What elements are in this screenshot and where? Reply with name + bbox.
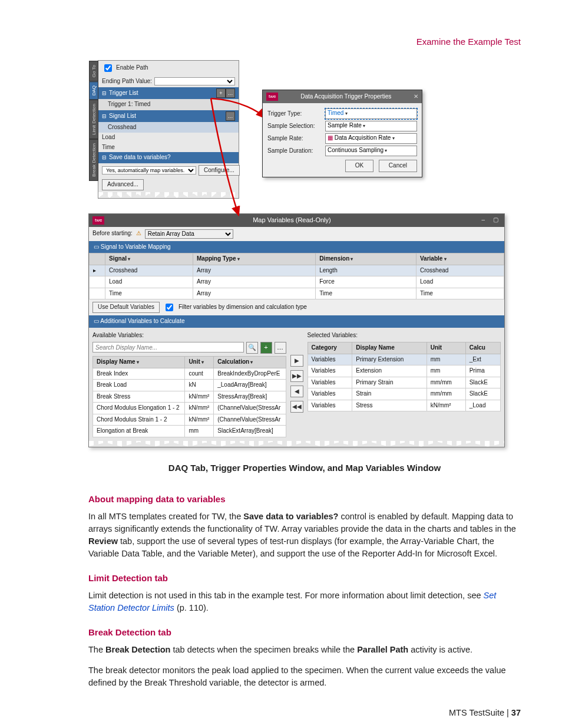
selected-variables-table: Category Display Name Unit Calcu Variabl… <box>308 342 501 411</box>
collapse-icon[interactable] <box>102 112 109 121</box>
section-signal-mapping-title: Signal to Variable Mapping <box>101 243 171 250</box>
paragraph: In all MTS templates created for TW, the… <box>88 510 521 560</box>
advanced-button[interactable]: Advanced... <box>102 179 144 190</box>
page-section-title: Examine the Example Test <box>88 35 521 48</box>
configure-button[interactable]: Configure... <box>199 165 240 176</box>
col-display-name[interactable]: Display Name <box>352 342 427 354</box>
collapse-icon[interactable] <box>102 89 109 98</box>
paragraph: Limit detection is not used in this tab … <box>88 589 521 614</box>
table-row[interactable]: Elongation at BreakmmSlackExtArray[Break… <box>93 426 286 437</box>
table-row[interactable]: Chord Modulus Strain 1 - 2kN/mm²(Channel… <box>93 414 286 426</box>
trigger-type-select[interactable]: Timed <box>325 108 417 119</box>
table-row[interactable]: VariablesPrimary Extensionmm_Ext <box>308 354 501 365</box>
sample-selection-label: Sample Selection: <box>267 122 322 131</box>
sample-duration-label: Sample Duration: <box>267 147 322 156</box>
signal-item[interactable]: Crosshead <box>98 122 239 133</box>
use-default-variables-button[interactable]: Use Default Variables <box>92 302 160 313</box>
sample-rate-label: Sample Rate: <box>267 134 322 143</box>
search-input[interactable] <box>92 342 244 353</box>
table-row[interactable]: Break IndexcountBreakIndexByDropPerE <box>93 368 286 380</box>
tab-break-detection[interactable]: Break Detection <box>89 139 98 181</box>
col-signal[interactable]: Signal <box>105 253 193 265</box>
sample-duration-select[interactable]: Continuous Sampling <box>325 146 417 156</box>
table-row[interactable]: VariablesExtensionmmPrima <box>308 365 501 377</box>
col-unit[interactable]: Unit <box>427 342 465 354</box>
section-additional-vars-title: Additional Variables to Calculate <box>100 318 184 324</box>
maximize-icon[interactable]: ▢ <box>491 216 501 225</box>
table-row[interactable]: LoadArray ForceLoad <box>90 276 504 288</box>
available-column: Available Variables: 🔍 + … Display Name … <box>92 331 286 437</box>
trigger-properties-dialog: twe Data Acquisition Trigger Properties … <box>262 90 422 177</box>
signal-items: Load Time <box>98 133 239 152</box>
move-all-right-button[interactable]: ▶▶ <box>290 370 303 382</box>
more-icon[interactable]: … <box>226 88 235 98</box>
figure-caption: DAQ Tab, Trigger Properties Window, and … <box>88 462 521 475</box>
signal-item[interactable]: Load <box>98 133 239 143</box>
add-variable-icon[interactable]: + <box>260 342 272 354</box>
col-variable[interactable]: Variable <box>416 253 504 265</box>
signal-item[interactable]: Time <box>98 143 239 153</box>
table-row[interactable]: Chord Modulus Elongation 1 - 2kN/mm²(Cha… <box>93 403 286 414</box>
table-row[interactable]: Break LoadkN_LoadArray[Break] <box>93 380 286 391</box>
table-row[interactable]: VariablesStresskN/mm²_Load <box>308 400 501 411</box>
mapvar-titlebar: twe Map Variables (Read-Only) – ▢ <box>89 214 504 227</box>
table-row[interactable]: VariablesStrainmm/mmSlackE <box>308 388 501 400</box>
search-icon[interactable]: 🔍 <box>246 342 258 354</box>
col-calc[interactable]: Calcu <box>465 342 500 354</box>
collapse-icon[interactable] <box>102 153 109 162</box>
dialog-body: Trigger Type: Timed Sample Selection: Sa… <box>263 103 422 177</box>
tab-limit-detection[interactable]: Limit Detection <box>89 100 98 139</box>
table-row[interactable]: Break StresskN/mm²StressArray[Break] <box>93 391 286 403</box>
available-label: Available Variables: <box>92 331 286 340</box>
enable-path-row: Enable Path <box>98 61 239 75</box>
save-data-select[interactable]: Yes, automatically map variables. <box>102 166 196 174</box>
move-all-left-button[interactable]: ◀◀ <box>290 401 303 413</box>
app-badge-icon: twe <box>266 93 278 101</box>
signal-list-header[interactable]: Signal List … <box>98 110 239 122</box>
sample-rate-select[interactable]: ▦ Data Acquisition Rate <box>325 133 417 144</box>
save-data-title: Save data to variables? <box>109 153 235 162</box>
selected-label: Selected Variables: <box>308 331 501 340</box>
ok-button[interactable]: OK <box>345 160 373 172</box>
col-unit[interactable]: Unit <box>185 357 214 368</box>
col-display-name[interactable]: Display Name <box>93 357 185 368</box>
trigger-list-header[interactable]: Trigger List + … <box>98 87 239 99</box>
table-row[interactable]: TimeArray TimeTime <box>90 288 504 299</box>
col-category[interactable]: Category <box>308 342 352 354</box>
col-mapping[interactable]: Mapping Type <box>193 253 315 265</box>
trigger-item[interactable]: Trigger 1: Timed <box>98 99 239 110</box>
section-signal-mapping: ▭ Signal to Variable Mapping <box>89 241 504 253</box>
torn-edge <box>98 192 239 198</box>
sample-rate-value: Data Acquisition Rate <box>335 134 391 141</box>
paragraph: The Break Detection tab detects when the… <box>88 644 521 656</box>
minimize-icon[interactable]: – <box>479 216 487 225</box>
cancel-button[interactable]: Cancel <box>379 160 417 172</box>
tab-daq[interactable]: DAQ <box>89 81 98 100</box>
add-icon[interactable]: + <box>216 88 226 98</box>
tab-goto[interactable]: Go To <box>89 61 98 81</box>
move-left-button[interactable]: ◀ <box>290 386 303 397</box>
dialog-titlebar: twe Data Acquisition Trigger Properties … <box>263 90 422 104</box>
filter-checkbox[interactable] <box>166 304 173 311</box>
variables-dual-list: Available Variables: 🔍 + … Display Name … <box>89 328 504 441</box>
save-data-row: Yes, automatically map variables. Config… <box>98 163 239 178</box>
paragraph: The break detector monitors the peak loa… <box>88 664 521 689</box>
signal-more-icon[interactable]: … <box>226 111 235 121</box>
before-starting-select[interactable]: Retain Array Data <box>145 229 233 239</box>
trigger-type-label: Trigger Type: <box>267 110 322 118</box>
sample-selection-select[interactable]: Sample Rate <box>325 121 417 131</box>
enable-path-checkbox[interactable] <box>104 64 112 72</box>
col-calculation[interactable]: Calculation <box>214 357 286 368</box>
more-icon[interactable]: … <box>275 342 286 354</box>
available-variables-table: Display Name Unit Calculation Break Inde… <box>92 356 286 437</box>
table-row[interactable]: VariablesPrimary Strainmm/mmSlackE <box>308 377 501 388</box>
heading-break-detection: Break Detection tab <box>88 626 521 639</box>
table-row[interactable]: ▸ CrossheadArray LengthCrosshead <box>90 265 504 276</box>
dialog-title: Data Acquisition Trigger Properties <box>278 93 414 101</box>
save-data-header[interactable]: Save data to variables? <box>98 152 239 163</box>
move-right-button[interactable]: ▶ <box>290 355 303 367</box>
close-icon[interactable]: ✕ <box>414 93 418 101</box>
col-dimension[interactable]: Dimension <box>316 253 416 265</box>
before-starting-bar: Before starting: ⚠ Retain Array Data <box>89 227 504 241</box>
ending-path-select[interactable] <box>154 77 235 85</box>
